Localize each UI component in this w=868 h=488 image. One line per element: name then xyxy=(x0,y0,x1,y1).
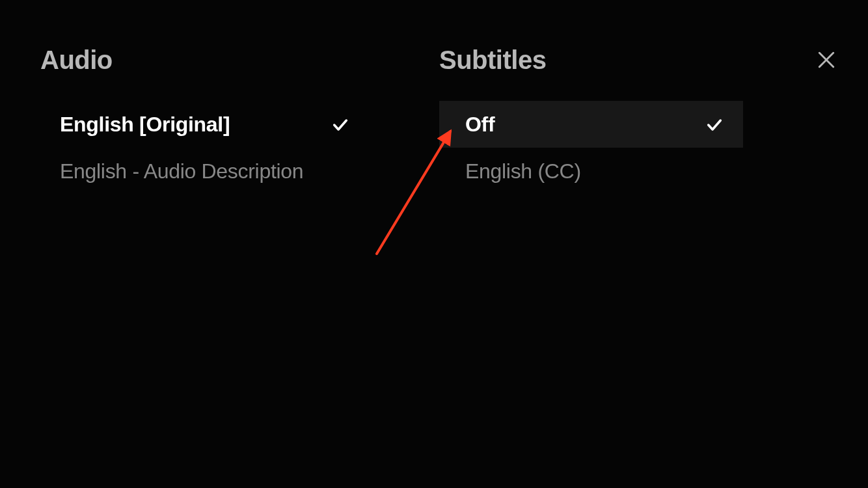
subtitles-heading: Subtitles xyxy=(434,46,868,75)
checkmark-icon xyxy=(331,115,349,133)
close-button[interactable] xyxy=(816,51,837,72)
audio-option-list: English [Original] English - Audio Descr… xyxy=(40,101,434,195)
subtitles-option-list: Off English (CC) xyxy=(434,101,868,195)
audio-column: Audio English [Original] English - Audio… xyxy=(0,46,434,195)
option-label: English (CC) xyxy=(465,159,581,183)
subtitle-option-english-cc[interactable]: English (CC) xyxy=(439,148,743,195)
subtitle-option-off[interactable]: Off xyxy=(439,101,743,148)
option-label: Off xyxy=(465,113,495,137)
audio-option-english-original[interactable]: English [Original] xyxy=(40,101,434,148)
audio-subtitles-panel: Audio English [Original] English - Audio… xyxy=(0,0,868,488)
option-label: English - Audio Description xyxy=(60,159,303,183)
audio-heading: Audio xyxy=(40,46,434,75)
subtitles-column: Subtitles Off English (CC) xyxy=(434,46,868,195)
checkmark-icon xyxy=(705,115,724,133)
close-icon xyxy=(816,49,837,73)
option-label: English [Original] xyxy=(60,113,230,137)
audio-option-english-audio-description[interactable]: English - Audio Description xyxy=(40,148,434,195)
